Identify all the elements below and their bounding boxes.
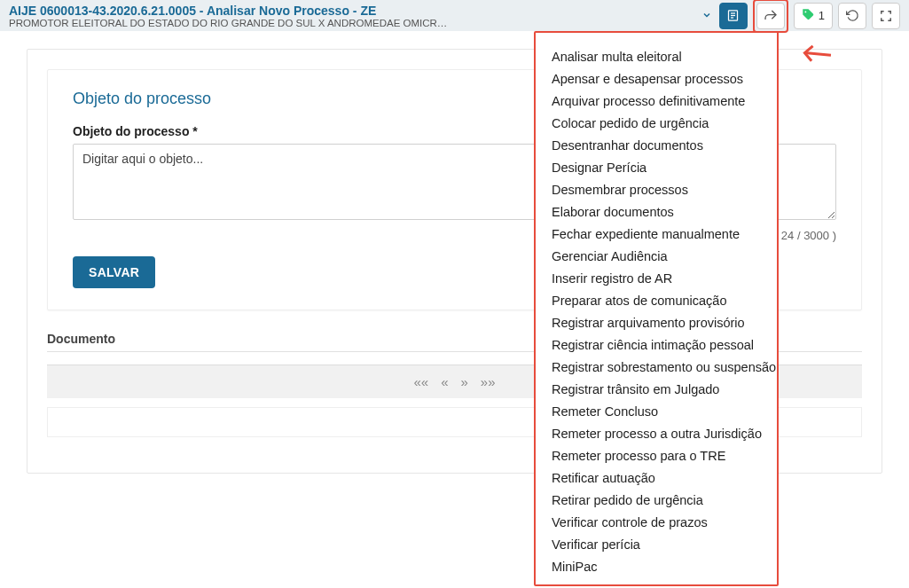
pager-next[interactable]: »	[461, 374, 468, 389]
action-menu-item[interactable]: Desmembrar processos	[536, 178, 777, 200]
action-menu-item[interactable]: Gerenciar Audiência	[536, 245, 777, 267]
process-subtitle: PROMOTOR ELEITORAL DO ESTADO DO RIO GRAN…	[9, 18, 694, 28]
action-menu-item[interactable]: Elaborar documentos	[536, 200, 777, 223]
action-menu-item[interactable]: Apensar e desapensar processos	[536, 67, 777, 90]
doc-button[interactable]	[719, 3, 748, 29]
process-title[interactable]: AIJE 0600013-43.2020.6.21.0005 - Analisa…	[9, 4, 694, 18]
action-menu-item[interactable]: MiniPac	[536, 555, 777, 577]
history-button[interactable]	[838, 3, 866, 29]
action-menu-item[interactable]: Registrar arquivamento provisório	[536, 311, 777, 333]
tag-icon	[802, 8, 815, 24]
share-button-highlight	[753, 0, 788, 33]
action-menu-item[interactable]: Preparar atos de comunicação	[536, 289, 777, 311]
action-menu-item[interactable]: Registrar ciência intimação pessoal	[536, 333, 777, 356]
fullscreen-button[interactable]	[872, 3, 900, 29]
svg-point-4	[804, 11, 806, 12]
save-button[interactable]: SALVAR	[73, 256, 155, 288]
action-menu-item[interactable]: Verificar perícia	[536, 533, 777, 555]
action-menu-item[interactable]: Remeter processo a outra Jurisdição	[536, 422, 777, 444]
action-menu-item[interactable]: Retirar pedido de urgência	[536, 489, 777, 511]
actions-dropdown: Analisar multa eleitoralApensar e desape…	[534, 31, 779, 586]
action-menu-item[interactable]: Inserir registro de AR	[536, 267, 777, 289]
tag-count: 1	[819, 9, 825, 22]
process-heading: AIJE 0600013-43.2020.6.21.0005 - Analisa…	[9, 4, 694, 28]
chevron-down-icon[interactable]	[694, 0, 719, 32]
action-menu-item[interactable]: Remeter Concluso	[536, 400, 777, 422]
share-button[interactable]	[756, 3, 785, 29]
pager-prev[interactable]: «	[441, 374, 448, 389]
tags-button[interactable]: 1	[794, 3, 833, 29]
action-menu-item[interactable]: Remeter processo para o TRE	[536, 444, 777, 466]
action-menu-item[interactable]: Arquivar processo definitivamente	[536, 90, 777, 112]
action-menu-item[interactable]: Designar Perícia	[536, 156, 777, 178]
toolbar-right: 1	[719, 0, 900, 33]
action-menu-item[interactable]: Colocar pedido de urgência	[536, 112, 777, 134]
pager-first[interactable]: ««	[413, 374, 428, 389]
top-bar: AIJE 0600013-43.2020.6.21.0005 - Analisa…	[0, 0, 909, 31]
action-menu-item[interactable]: Analisar multa eleitoral	[536, 45, 777, 67]
pager-last[interactable]: »»	[481, 374, 496, 389]
action-menu-item[interactable]: Verificar controle de prazos	[536, 511, 777, 533]
action-menu-item[interactable]: Retificar autuação	[536, 466, 777, 489]
action-menu-item[interactable]: Desentranhar documentos	[536, 134, 777, 156]
action-menu-item[interactable]: Fechar expediente manualmente	[536, 223, 777, 245]
action-menu-item[interactable]: Registrar sobrestamento ou suspensão	[536, 356, 777, 378]
action-menu-item[interactable]: Registrar trânsito em Julgado	[536, 378, 777, 400]
